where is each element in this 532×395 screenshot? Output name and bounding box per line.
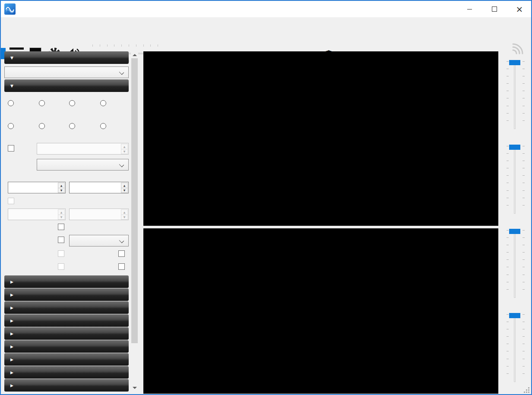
expand-icon bbox=[10, 319, 13, 323]
control-panel bbox=[4, 51, 129, 392]
scroll-down-icon[interactable] bbox=[133, 387, 137, 389]
mode-radio-wfm[interactable] bbox=[8, 123, 14, 129]
expand-icon bbox=[10, 332, 13, 336]
section-zoom-fft[interactable] bbox=[4, 379, 129, 392]
step-size-select[interactable] bbox=[69, 235, 129, 246]
offset-slider-thumb[interactable] bbox=[509, 313, 520, 318]
source-select[interactable] bbox=[4, 66, 129, 78]
zoom-slider-thumb[interactable] bbox=[509, 60, 520, 65]
waterfall-color-legend bbox=[488, 234, 495, 383]
snap-to-grid-checkbox[interactable] bbox=[58, 237, 64, 243]
waterfall-canvas[interactable] bbox=[143, 228, 498, 394]
cw-shift-value-input[interactable] bbox=[69, 209, 129, 220]
squelch-checkbox[interactable] bbox=[8, 198, 14, 204]
display-controls bbox=[500, 51, 531, 392]
mode-radio-cw[interactable] bbox=[69, 123, 75, 129]
source-section-header[interactable] bbox=[4, 51, 129, 64]
maximize-icon bbox=[492, 6, 497, 12]
contrast-slider[interactable] bbox=[500, 145, 531, 214]
slider-track[interactable] bbox=[514, 229, 516, 298]
correct-iq-checkbox[interactable] bbox=[118, 250, 125, 257]
expand-icon bbox=[10, 344, 13, 349]
fm-stereo-checkbox[interactable] bbox=[58, 224, 64, 230]
mode-radio-nfm[interactable] bbox=[8, 100, 14, 106]
slider-track[interactable] bbox=[514, 313, 516, 382]
waterfall-section bbox=[143, 228, 498, 394]
spin-down-icon[interactable] bbox=[58, 215, 65, 220]
shift-checkbox[interactable] bbox=[8, 145, 14, 152]
mode-radio-raw[interactable] bbox=[100, 123, 106, 129]
section-audio[interactable] bbox=[4, 275, 129, 288]
chevron-down-icon bbox=[119, 70, 124, 75]
slider-ticks bbox=[522, 146, 525, 212]
section-fft-display[interactable] bbox=[4, 301, 129, 314]
panel-scrollbar[interactable] bbox=[131, 51, 138, 392]
section-recording[interactable] bbox=[4, 366, 129, 379]
lock-carrier-checkbox[interactable] bbox=[58, 250, 64, 257]
spectrum-canvas[interactable] bbox=[143, 51, 498, 226]
squelch-value-input[interactable] bbox=[8, 209, 66, 220]
radio-section-header[interactable] bbox=[4, 79, 129, 92]
collapse-icon bbox=[10, 84, 13, 88]
resize-grip[interactable] bbox=[524, 387, 529, 393]
mode-radio-dsb[interactable] bbox=[39, 123, 45, 129]
slider-track[interactable] bbox=[514, 60, 516, 129]
contrast-slider-thumb[interactable] bbox=[509, 145, 520, 150]
volume-ticks bbox=[92, 44, 158, 47]
swap-iq-checkbox[interactable] bbox=[118, 263, 125, 270]
collapse-icon bbox=[10, 56, 13, 60]
zoom-slider[interactable] bbox=[500, 60, 531, 129]
slider-ticks bbox=[522, 230, 525, 297]
section-agc[interactable] bbox=[4, 288, 129, 301]
expand-icon bbox=[10, 383, 13, 388]
slider-ticks bbox=[507, 230, 509, 297]
expand-icon bbox=[10, 357, 13, 362]
slider-ticks bbox=[522, 61, 525, 128]
slider-ticks bbox=[507, 61, 509, 128]
display-area bbox=[143, 51, 498, 394]
scroll-up-icon[interactable] bbox=[133, 54, 137, 56]
range-slider[interactable] bbox=[500, 229, 531, 298]
minimize-button[interactable] bbox=[459, 1, 479, 17]
maximize-button[interactable] bbox=[484, 1, 504, 17]
close-button[interactable] bbox=[510, 1, 529, 17]
expand-icon bbox=[10, 306, 13, 310]
spin-down-icon[interactable] bbox=[121, 149, 128, 155]
chevron-down-icon bbox=[119, 238, 124, 243]
bandwidth-input[interactable] bbox=[8, 182, 66, 193]
spin-down-icon[interactable] bbox=[58, 188, 65, 193]
minimize-icon bbox=[467, 9, 472, 9]
section-demodulator-noise-blanker[interactable] bbox=[4, 353, 129, 366]
scrollbar-thumb[interactable] bbox=[131, 58, 138, 343]
section-if-noise-reduction[interactable] bbox=[4, 327, 129, 340]
section-baseband-noise-blanker[interactable] bbox=[4, 340, 129, 353]
section-audio-noise-reduction[interactable] bbox=[4, 314, 129, 327]
offset-slider[interactable] bbox=[500, 313, 531, 382]
toolbar bbox=[1, 17, 531, 49]
close-icon bbox=[516, 5, 523, 13]
spin-down-icon[interactable] bbox=[121, 188, 128, 193]
chevron-down-icon bbox=[119, 162, 124, 167]
slider-track[interactable] bbox=[514, 145, 516, 214]
filter-select[interactable] bbox=[37, 159, 129, 171]
shift-value-input[interactable] bbox=[37, 143, 129, 155]
slider-ticks bbox=[507, 314, 509, 381]
range-slider-thumb[interactable] bbox=[509, 229, 520, 234]
app-icon bbox=[4, 3, 16, 15]
mode-radio-usb[interactable] bbox=[100, 100, 106, 106]
mode-radio-lsb[interactable] bbox=[69, 100, 75, 106]
app-window bbox=[0, 0, 532, 395]
expand-icon bbox=[10, 280, 13, 284]
expand-icon bbox=[10, 293, 13, 297]
slider-ticks bbox=[507, 146, 509, 212]
order-input[interactable] bbox=[69, 182, 129, 193]
slider-ticks bbox=[522, 314, 525, 381]
spin-down-icon[interactable] bbox=[121, 215, 128, 220]
mode-radio-am[interactable] bbox=[39, 100, 45, 106]
expand-icon bbox=[10, 370, 13, 375]
title-bar[interactable] bbox=[1, 1, 531, 17]
anti-fading-checkbox[interactable] bbox=[58, 263, 64, 270]
